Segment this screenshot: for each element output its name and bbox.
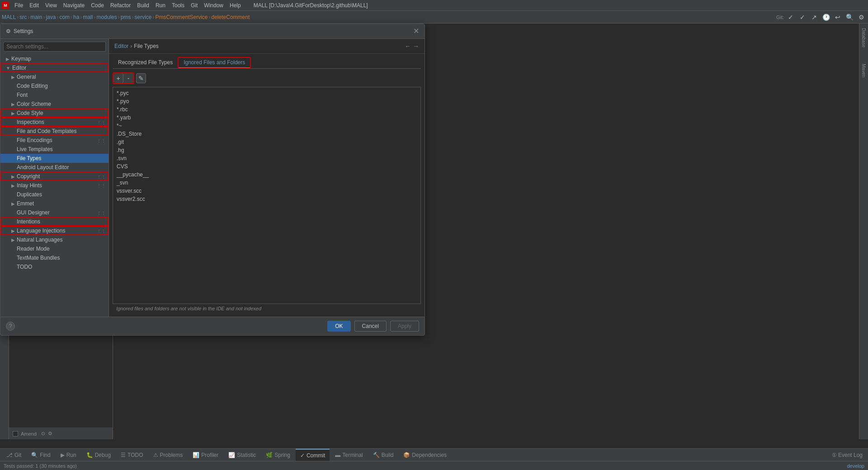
settings-item-live-templates[interactable]: Live Templates [0,145,108,154]
tab-recognized-file-types[interactable]: Recognized File Types [113,57,178,68]
menu-view[interactable]: View [42,1,60,9]
tab-commit[interactable]: ✓ Commit [296,449,330,461]
menu-edit[interactable]: Edit [27,1,42,9]
breadcrumb-src[interactable]: src [19,14,27,20]
git-arrow-btn[interactable]: ↗ [809,12,819,22]
ignored-files-list[interactable]: *.pyc *.pyo *.rbc *.yarb *~ .DS_Store .g… [113,87,421,304]
tab-debug[interactable]: 🐛 Debug [82,449,115,461]
settings-item-intentions[interactable]: Intentions [0,217,108,226]
amend-settings-icon[interactable]: ⚙ [48,431,52,437]
git-check-btn[interactable]: ✓ [797,12,807,22]
amend-info-icon[interactable]: ⊙ [41,431,45,437]
settings-item-emmet[interactable]: ▶ Emmet [0,199,108,208]
list-item[interactable]: vssver.scc [117,187,417,195]
breadcrumb-editor-link[interactable]: Editor [114,43,128,49]
breadcrumb-main[interactable]: main [30,14,42,20]
breadcrumb-com[interactable]: com [59,14,70,20]
settings-item-textmate[interactable]: TextMate Bundles [0,253,108,262]
menu-tools[interactable]: Tools [169,1,187,9]
tab-statistic[interactable]: 📈 Statistic [224,449,260,461]
list-item[interactable]: .svn [117,154,417,162]
settings-item-file-code-templates[interactable]: File and Code Templates [0,127,108,136]
nav-forward-button[interactable]: → [413,43,419,50]
branch-indicator[interactable]: develop [847,463,864,469]
menu-navigate[interactable]: Navigate [61,1,87,9]
settings-item-gui-designer[interactable]: GUI Designer ⋮⋮ [0,208,108,217]
breadcrumb-service[interactable]: service [134,14,151,20]
tab-run[interactable]: ▶ Run [56,449,81,461]
list-item[interactable]: *.pyo [117,97,417,105]
search-btn[interactable]: 🔍 [844,12,854,22]
list-item[interactable]: .DS_Store [117,130,417,138]
apply-button[interactable]: Apply [390,321,419,332]
settings-item-android-layout[interactable]: Android Layout Editor [0,163,108,172]
database-tab[interactable]: Database [861,28,866,47]
breadcrumb-pms[interactable]: pms [121,14,131,20]
menu-help[interactable]: Help [227,1,244,9]
git-undo-btn[interactable]: ↩ [833,12,843,22]
add-button[interactable]: + [113,73,123,83]
maven-tab[interactable]: Maven [861,64,866,77]
breadcrumb-class[interactable]: PmsCommentService [155,14,208,20]
help-button[interactable]: ? [6,322,15,331]
menu-refactor[interactable]: Refactor [108,1,133,9]
settings-item-inlay-hints[interactable]: ▶ Inlay Hints ⋮⋮ [0,181,108,190]
settings-item-code-style[interactable]: ▶ Code Style [0,109,108,118]
settings-search-input[interactable] [3,42,106,52]
list-item[interactable]: CVS [117,162,417,171]
settings-item-file-types[interactable]: File Types [0,154,108,163]
settings-item-general[interactable]: ▶ General [0,72,108,81]
settings-item-reader-mode[interactable]: Reader Mode [0,244,108,253]
list-item[interactable]: _svn [117,179,417,187]
breadcrumb-mall[interactable]: MALL [2,14,16,20]
settings-btn[interactable]: ⚙ [856,12,866,22]
tab-profiler[interactable]: 📊 Profiler [188,449,223,461]
git-clock-btn[interactable]: 🕐 [821,12,831,22]
settings-item-duplicates[interactable]: Duplicates [0,190,108,199]
menu-build[interactable]: Build [134,1,152,9]
breadcrumb-modules[interactable]: modules [96,14,117,20]
settings-item-natural-languages[interactable]: ▶ Natural Languages [0,235,108,244]
settings-item-code-editing[interactable]: Code Editing [0,81,108,90]
settings-item-file-encodings[interactable]: File Encodings ⋮⋮ [0,136,108,145]
list-item[interactable]: __pycache__ [117,171,417,179]
settings-item-copyright[interactable]: ▶ Copyright ⋮⋮ [0,172,108,181]
menu-code[interactable]: Code [88,1,107,9]
edit-button[interactable]: ✎ [136,73,146,83]
menu-window[interactable]: Window [201,1,226,9]
list-item[interactable]: *~ [117,122,417,130]
event-log-link[interactable]: ① Event Log [828,452,866,458]
tab-problems[interactable]: ⚠ Problems [149,449,188,461]
settings-item-todo[interactable]: TODO [0,262,108,271]
tab-build[interactable]: 🔨 Build [368,449,398,461]
remove-button[interactable]: - [123,73,133,83]
settings-item-keymap[interactable]: ▶ Keymap [0,54,108,63]
list-item[interactable]: .hg [117,146,417,154]
tab-terminal[interactable]: ▬ Terminal [330,449,367,461]
settings-item-language-injections[interactable]: ▶ Language Injections ⋮⋮ [0,226,108,235]
tab-spring[interactable]: 🌿 Spring [261,449,295,461]
tab-git[interactable]: ⎇ Git [2,449,26,461]
menu-file[interactable]: File [12,1,26,9]
tab-dependencies[interactable]: 📦 Dependencies [399,449,451,461]
list-item[interactable]: vssver2.scc [117,195,417,203]
nav-back-button[interactable]: ← [405,43,411,50]
settings-item-font[interactable]: Font [0,90,108,100]
breadcrumb-method[interactable]: deleteComment [212,14,250,20]
settings-item-color-scheme[interactable]: ▶ Color Scheme [0,100,108,109]
settings-item-inspections[interactable]: Inspections ⋮⋮ [0,118,108,127]
list-item[interactable]: *.yarb [117,114,417,122]
ok-button[interactable]: OK [327,321,350,332]
list-item[interactable]: *.rbc [117,105,417,114]
amend-checkbox[interactable] [13,431,18,437]
breadcrumb-ha[interactable]: ha [73,14,79,20]
settings-item-editor[interactable]: ▼ Editor [0,63,108,72]
tab-find[interactable]: 🔍 Find [27,449,55,461]
git-checkmark-btn[interactable]: ✓ [786,12,796,22]
breadcrumb-java[interactable]: java [46,14,56,20]
menu-git[interactable]: Git [188,1,200,9]
list-item[interactable]: .git [117,138,417,146]
list-item[interactable]: *.pyc [117,89,417,97]
dialog-close-button[interactable]: ✕ [413,28,419,35]
cancel-button[interactable]: Cancel [354,321,387,332]
